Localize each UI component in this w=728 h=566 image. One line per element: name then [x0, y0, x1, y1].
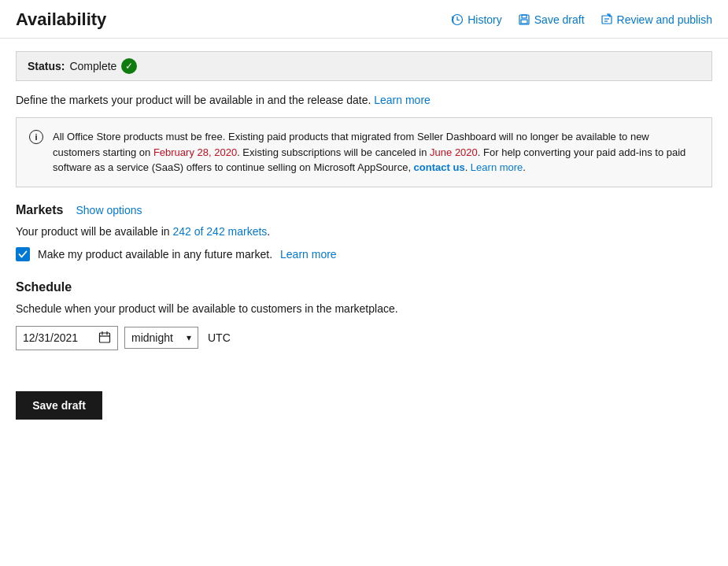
schedule-section-header: Schedule	[16, 280, 712, 294]
schedule-description: Schedule when your product will be avail…	[16, 302, 712, 315]
status-value: Complete	[69, 60, 116, 72]
save-draft-header-button[interactable]: Save draft	[518, 13, 585, 26]
schedule-section: Schedule Schedule when your product will…	[16, 280, 712, 350]
status-check-icon: ✓	[121, 58, 137, 74]
description-text: Define the markets your product will be …	[16, 94, 371, 106]
save-draft-icon	[518, 13, 530, 26]
info-period: .	[523, 161, 526, 173]
svg-rect-2	[522, 15, 527, 18]
calendar-icon[interactable]	[98, 331, 111, 346]
review-publish-button[interactable]: Review and publish	[601, 13, 712, 26]
future-market-learn-more-link[interactable]: Learn more	[280, 248, 337, 261]
status-bar: Status: Complete ✓	[16, 51, 712, 81]
status-label: Status:	[28, 60, 65, 72]
page-title: Availability	[16, 9, 106, 30]
info-text-end: .	[465, 161, 471, 173]
info-date1: February 28, 2020	[153, 146, 237, 158]
schedule-inputs: midnight1:00 AM2:00 AM3:00 AM4:00 AM5:00…	[16, 326, 712, 350]
markets-section-header: Markets Show options	[16, 203, 712, 217]
future-market-checkbox[interactable]	[16, 247, 30, 261]
save-draft-button[interactable]: Save draft	[16, 391, 102, 420]
time-select-wrapper[interactable]: midnight1:00 AM2:00 AM3:00 AM4:00 AM5:00…	[124, 327, 198, 349]
info-box-text: All Office Store products must be free. …	[53, 129, 699, 176]
availability-description: Define the markets your product will be …	[16, 94, 712, 106]
page-header: Availability History Save dra	[0, 0, 728, 39]
contact-us-link[interactable]: contact us	[414, 161, 465, 173]
info-icon: i	[29, 130, 43, 144]
main-content: Status: Complete ✓ Define the markets yo…	[0, 39, 728, 435]
save-draft-header-label: Save draft	[534, 13, 585, 26]
date-input-wrapper[interactable]	[16, 326, 118, 350]
info-date2: June 2020	[430, 146, 478, 158]
description-learn-more-link[interactable]: Learn more	[374, 94, 431, 106]
future-market-label: Make my product available in any future …	[38, 248, 272, 261]
timezone-label: UTC	[208, 331, 231, 344]
markets-section: Markets Show options Your product will b…	[16, 203, 712, 261]
info-text-mid1: . Existing subscriptions will be cancele…	[237, 146, 430, 158]
markets-title: Markets	[16, 203, 63, 217]
time-select[interactable]: midnight1:00 AM2:00 AM3:00 AM4:00 AM5:00…	[131, 331, 191, 344]
show-options-button[interactable]: Show options	[76, 204, 142, 216]
header-actions: History Save draft	[451, 13, 712, 26]
history-button[interactable]: History	[451, 13, 502, 26]
markets-count-text: Your product will be available in 242 of…	[16, 225, 712, 238]
future-market-checkbox-row[interactable]: Make my product available in any future …	[16, 247, 712, 261]
review-publish-icon	[601, 13, 613, 26]
history-label: History	[467, 13, 502, 26]
svg-rect-3	[521, 20, 527, 24]
review-publish-label: Review and publish	[617, 13, 712, 26]
info-box: i All Office Store products must be free…	[16, 117, 712, 187]
svg-rect-8	[100, 333, 110, 342]
markets-count-before: Your product will be available in	[16, 225, 170, 238]
markets-count-end: .	[267, 225, 270, 238]
history-icon	[451, 13, 464, 26]
date-input[interactable]	[23, 331, 94, 344]
info-learn-more-link[interactable]: Learn more	[471, 161, 523, 173]
markets-count-number: 242 of 242 markets	[173, 225, 268, 238]
schedule-title: Schedule	[16, 280, 72, 294]
